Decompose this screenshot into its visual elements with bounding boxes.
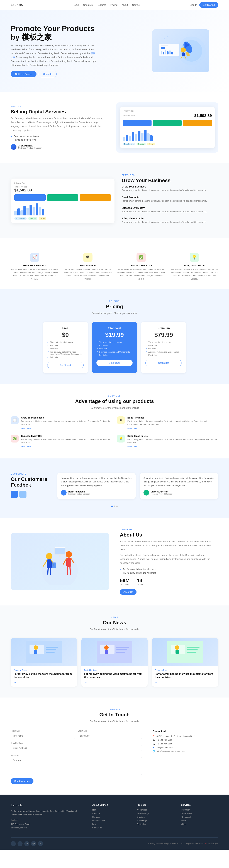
footer-about-item-1[interactable]: About us	[92, 812, 130, 814]
advantage-desc-4: Far far away, behind the word mountains,…	[127, 438, 218, 444]
footer-services-item-0[interactable]: Illustration	[181, 809, 218, 811]
about-button[interactable]: About Us	[120, 589, 136, 595]
testimonials-right: Separated they live in Bookmarksgrove ri…	[57, 473, 218, 499]
footer-about-item-5[interactable]: Contact us	[92, 827, 130, 829]
testimonials-section: CUSTOMERS Our Customers Feedbck Separate…	[0, 459, 229, 518]
news-arrow-1[interactable]: →	[13, 681, 74, 684]
free-feature-4: Far far away, behind the word mountains,…	[47, 351, 84, 355]
footer-about-item-0[interactable]: Home	[92, 809, 130, 811]
contact-info-title: Contact Info	[153, 730, 218, 733]
social-youtube[interactable]: yt	[38, 841, 43, 846]
lastname-input[interactable]	[78, 733, 142, 739]
advantage-desc-1: Far far away, behind the word mountains,…	[21, 420, 112, 426]
selling-desc: Far far away, behind the word mountains,…	[11, 116, 104, 132]
testimonial-text-1: Separated they live in Bookmarksgrove ri…	[61, 476, 132, 487]
news-posted-1: Posted by James	[13, 669, 74, 671]
feature-2: Build Products Far far away, behind the …	[122, 196, 218, 203]
icon-circle-2: 🛠	[83, 253, 93, 262]
footer-projects-item-1[interactable]: Motion Design	[137, 812, 174, 814]
nav-contact[interactable]: Contact	[132, 4, 140, 6]
firstname-input[interactable]	[11, 733, 75, 739]
testimonials-title: Our Customers Feedbck	[11, 476, 50, 488]
premium-feature-3: the word	[145, 348, 182, 350]
message-textarea[interactable]	[11, 757, 142, 775]
footer-projects-item-0[interactable]: Web Design	[137, 809, 174, 811]
social-googleplus[interactable]: g+	[31, 841, 36, 846]
dot-3[interactable]	[116, 505, 118, 507]
standard-feature-4: Business features and Consonantia	[96, 351, 133, 353]
footer-about-item-4[interactable]: Blog	[92, 823, 130, 825]
news-card-3: Posted by Rob Far far away behind the wo…	[152, 638, 218, 687]
footer-services-item-1[interactable]: Social Media	[181, 812, 218, 814]
about-checks: Far far away, behind the blind texts Far…	[120, 568, 218, 574]
nav-pricing[interactable]: Pricing	[110, 4, 118, 6]
hero-secondary-button[interactable]: Upgrade	[39, 71, 57, 78]
social-linkedin[interactable]: in	[24, 841, 29, 846]
learn-more-1[interactable]: Learn more	[21, 427, 31, 429]
nav-features[interactable]: Features	[97, 4, 106, 6]
svg-rect-22	[171, 52, 173, 55]
field-firstname: First Name	[11, 730, 75, 739]
footer-about-item-3[interactable]: Meet the Team	[92, 819, 130, 822]
about-title: About Us	[120, 532, 218, 538]
social-facebook[interactable]: f	[11, 841, 16, 846]
testimonials-content: CUSTOMERS Our Customers Feedbck Separate…	[11, 473, 218, 499]
svg-point-9	[164, 38, 165, 39]
advantage-desc-3: Far far away, behind the word mountains,…	[21, 438, 112, 444]
footer-projects-item-3[interactable]: Print Design	[137, 819, 174, 822]
news-arrow-3[interactable]: →	[155, 681, 216, 684]
footer-projects-item-4[interactable]: Packaging	[137, 823, 174, 825]
hero-primary-button[interactable]: Get Free Access	[11, 71, 36, 78]
news-posted-3: Posted by Rob	[155, 669, 216, 671]
stat-users-label: Our Users	[120, 584, 130, 586]
hero-link[interactable]: 模板之家	[11, 52, 95, 59]
fd-tag-1: Extra Review	[14, 217, 27, 220]
dashboard-amount: $1,502.89	[194, 113, 212, 118]
testimonial-text-2: Separated they live in Bookmarksgrove ri…	[143, 476, 215, 487]
submit-button[interactable]: Send Message	[11, 778, 33, 784]
nav-home[interactable]: Home	[73, 4, 79, 6]
footer-logo: Launch.	[11, 804, 85, 807]
about-desc2: Separated they live in Bookmarksgrove ri…	[120, 553, 213, 565]
fd-amount-label: Total Revenue	[14, 186, 111, 188]
learn-more-2[interactable]: Learn more	[127, 427, 137, 429]
pricing-free-button[interactable]: Get Started	[47, 362, 84, 368]
dashboard-header: Total Revenue $1,502.89	[123, 113, 212, 118]
footer-services-item-3[interactable]: Music	[181, 819, 218, 822]
hero-subtitle: All their equipment and supplies are bei…	[11, 43, 97, 67]
fd-card-1	[14, 194, 45, 201]
advantage-icon-3: ✅	[11, 435, 19, 442]
firstname-label: First Name	[11, 730, 75, 732]
news-arrow-2[interactable]: →	[84, 681, 145, 684]
social-twitter[interactable]: t	[18, 841, 23, 846]
social-icons-row: f t in g+ yt	[11, 841, 43, 846]
email-input[interactable]	[11, 745, 142, 751]
news-title-3: Far far away behind the word mountains f…	[155, 672, 216, 679]
learn-more-4[interactable]: Learn more	[127, 445, 137, 447]
features-label: FEATURES	[122, 174, 218, 176]
get-started-button[interactable]: Get Started	[199, 2, 218, 8]
pricing-standard-button[interactable]: Get Started	[96, 360, 133, 366]
svg-line-29	[50, 568, 51, 574]
thumb-1	[11, 491, 18, 498]
svg-rect-19	[165, 50, 166, 55]
pricing-premium-button[interactable]: Get Started	[145, 360, 182, 366]
footer-services-item-4[interactable]: Video	[181, 823, 218, 825]
feature-4: Bring Ideas to Life Far far away, behind…	[122, 217, 218, 224]
dot-2[interactable]	[114, 505, 115, 507]
learn-more-3[interactable]: Learn more	[21, 445, 31, 447]
nav-chapters[interactable]: Chapters	[83, 4, 93, 6]
advantage-icon-1: 📈	[11, 416, 19, 424]
contact-phone1: 📞 +1(123)-456-7890	[153, 739, 218, 741]
contact-phone2: 📞 +1(123)-456-7890	[153, 743, 218, 745]
signin-button[interactable]: Sign In	[190, 4, 197, 6]
footer-about-item-2[interactable]: Services	[92, 816, 130, 818]
footer-services-item-2[interactable]: Photography	[181, 816, 218, 818]
dot-1[interactable]	[111, 505, 113, 507]
footer-projects-item-2[interactable]: Branding	[137, 816, 174, 818]
contact-label: CONTACT	[11, 708, 218, 710]
svg-point-13	[200, 59, 201, 60]
grow-icon: 📈	[32, 255, 37, 260]
nav-about[interactable]: About	[122, 4, 128, 6]
dashboard-cards	[123, 120, 212, 126]
